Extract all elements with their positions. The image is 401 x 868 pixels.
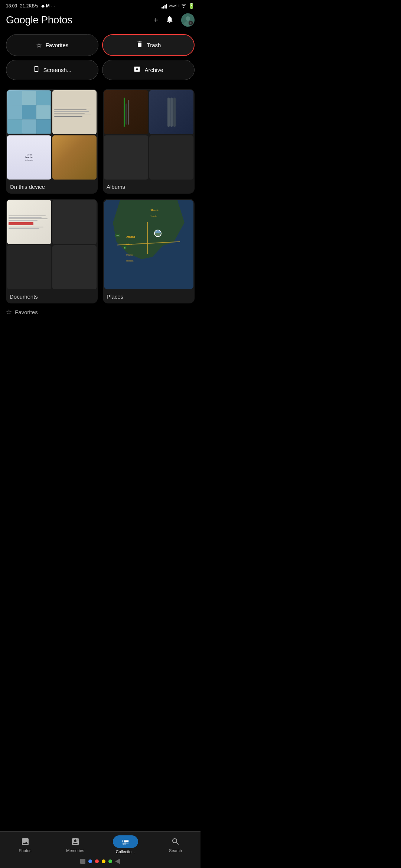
notification-icon: ◆ xyxy=(41,3,45,9)
quick-actions: ☆ Favorites Trash Screensh... xyxy=(0,31,200,83)
dots-icon: ··· xyxy=(51,3,55,9)
thumb-stamps xyxy=(7,90,51,134)
bell-icon[interactable] xyxy=(166,15,174,25)
header-icons: + xyxy=(153,13,195,27)
thumb-doc-empty-2 xyxy=(7,245,51,289)
star-icon: ☆ xyxy=(36,41,42,49)
albums-label: Albums xyxy=(103,181,195,194)
favorites-partial[interactable]: ☆ Favorites xyxy=(0,303,200,316)
documents-photos xyxy=(6,199,98,290)
network-speed: 21.2KB/s xyxy=(20,3,38,9)
thumb-mug: BestTeacherin the world xyxy=(7,135,51,180)
favorites-partial-icon: ☆ xyxy=(6,308,12,316)
thumb-cat xyxy=(52,135,97,180)
app-header: Google Photos + xyxy=(0,10,200,31)
trash-label: Trash xyxy=(147,42,161,48)
thumb-notebook xyxy=(52,90,97,134)
favorites-partial-label: Favorites xyxy=(15,309,38,315)
screenshots-button[interactable]: Screensh... xyxy=(6,60,98,80)
documents-item[interactable]: Documents xyxy=(6,199,98,303)
trash-icon xyxy=(136,40,143,50)
places-label: Places xyxy=(103,290,195,303)
on-this-device-label: On this device xyxy=(6,181,98,194)
time: 18:03 xyxy=(6,3,17,9)
status-bar: 18:03 21.2KB/s ◆ M ··· VoWiFi xyxy=(0,0,200,10)
thumb-empty-2 xyxy=(149,135,193,180)
email-icon: M xyxy=(46,3,50,9)
screenshots-label: Screensh... xyxy=(43,67,72,73)
grid-section: BestTeacherin the world On this device xyxy=(0,83,200,303)
thumb-cylinders xyxy=(149,90,193,134)
google-text: Google xyxy=(6,14,38,26)
archive-button[interactable]: Archive xyxy=(102,60,195,80)
archive-label: Archive xyxy=(144,67,163,73)
status-left: 18:03 21.2KB/s ◆ M ··· xyxy=(6,3,55,9)
battery-icon: 🔋 xyxy=(188,3,195,9)
places-map: Chalcis Χαλκίδα Athens Αθήνα Piraeus Πει… xyxy=(104,200,193,289)
avatar[interactable] xyxy=(181,13,195,27)
on-this-device-photos: BestTeacherin the world xyxy=(6,89,98,181)
photos-text: Photos xyxy=(38,14,72,26)
archive-icon xyxy=(133,65,141,75)
screenshots-icon xyxy=(33,65,40,75)
svg-point-1 xyxy=(186,16,190,21)
places-item[interactable]: Chalcis Χαλκίδα Athens Αθήνα Piraeus Πει… xyxy=(103,199,195,303)
favorites-button[interactable]: ☆ Favorites xyxy=(6,34,98,56)
app-title: Google Photos xyxy=(6,14,72,26)
documents-label: Documents xyxy=(6,290,98,303)
thumb-tools xyxy=(104,90,148,134)
status-right: VoWiFi 🔋 xyxy=(162,3,195,9)
signal-icon xyxy=(162,4,167,9)
albums-item[interactable]: Albums xyxy=(103,89,195,194)
wifi-icon xyxy=(181,3,187,9)
add-button[interactable]: + xyxy=(153,15,158,25)
thumb-empty-1 xyxy=(104,135,148,180)
thumb-doc xyxy=(7,200,51,244)
on-this-device-item[interactable]: BestTeacherin the world On this device xyxy=(6,89,98,194)
trash-button[interactable]: Trash xyxy=(102,34,195,56)
thumb-doc-empty-3 xyxy=(52,245,97,289)
thumb-doc-empty-1 xyxy=(52,200,97,244)
vowifi-label: VoWiFi xyxy=(169,4,179,8)
albums-photos xyxy=(103,89,195,181)
favorites-label: Favorites xyxy=(46,42,69,48)
